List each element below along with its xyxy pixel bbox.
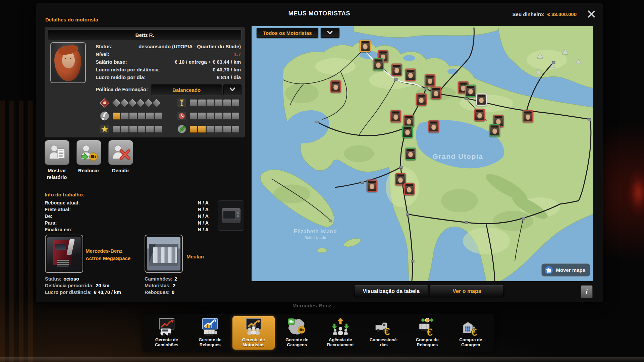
driver-marker[interactable] [523,110,533,122]
job-info-value: N / A [198,214,209,220]
driver-marker[interactable] [476,94,487,106]
skill-row [176,98,246,108]
driver-marker[interactable] [360,40,371,52]
chevron-down-icon [229,87,235,93]
report-icon [45,140,69,165]
truck-stat-label: Lucro por distância: [45,290,92,295]
skill-segment [232,126,239,133]
skill-segment [113,113,120,120]
driver-marker[interactable] [416,94,427,106]
driver-marker[interactable] [405,68,416,81]
skill-segment [120,99,129,107]
skill-segment [198,100,206,107]
background-road [0,357,644,362]
detail-value: 1.7 [234,51,241,59]
chevron-down-icon [327,30,333,36]
skill-level-bar [190,126,239,133]
training-policy-chevron-button[interactable] [223,84,241,95]
map-view-button[interactable]: Ver o mapa [430,285,504,297]
toolbar-item[interactable]: Agência de Recrutament [319,316,362,350]
driver-detail-rows: Status: descansando (UTOPIA - Quartier d… [96,44,241,82]
training-policy-label: Política de Formação: [96,86,148,92]
detail-value: € 40,70 / km [213,67,241,74]
recruitment-icon [330,317,351,337]
truck-stat-value: ocioso [63,276,79,282]
fragile-icon [176,98,187,108]
driver-marker[interactable] [402,126,413,138]
my-drivers-dialog: MEUS MOTORISTAS Seu dinheiro:€ 33.000.00… [36,3,603,302]
driver-marker[interactable] [428,120,439,133]
toolbar-label: Gerente de Motoristas [242,338,265,348]
skill-level-bar [190,113,239,120]
toolbar-item[interactable]: Gerente de Garagens [276,316,318,350]
driver-marker[interactable] [367,179,377,192]
dealers-icon: € [374,317,394,337]
driver-action-button[interactable]: Mostrar relatório [41,140,73,180]
job-info-title: Info do trabalho: [45,192,209,197]
skill-segment [190,126,197,133]
skill-segment [138,113,145,120]
skill-segment [223,113,231,120]
assigned-truck-thumbnail[interactable] [45,235,83,273]
skill-segment [146,113,154,120]
driver-marker[interactable] [489,124,500,137]
buy-trailer-icon: € [417,317,437,337]
toolbar-label: Gerente de Garagens [285,338,308,348]
job-info-value: N / A [198,200,209,207]
info-button[interactable]: i [581,285,593,298]
close-button[interactable] [587,9,596,19]
toolbar-item[interactable]: Gerente de Caminhões [146,316,188,350]
map-filter: Todos os Motoristas [257,28,339,38]
toolbar-item[interactable]: Gerente de Reboques [189,316,231,350]
garage-stat-row: Caminhões:2 [145,276,177,282]
driver-details-title: Detalhes do motorista [45,17,98,22]
driver-filter-dropdown[interactable]: Todos os Motoristas [257,28,318,38]
world-map[interactable]: Grand Utopia Elizabeth Island Reino Unid… [252,26,593,281]
action-label: Realocar [78,167,99,174]
driver-marker[interactable] [391,64,402,76]
skill-segment [207,126,214,133]
skill-segment [155,126,162,133]
driver-marker[interactable] [390,110,401,123]
money-value: € 33.000.000 [547,11,577,17]
toolbar-label: Gerente de Caminhões [155,338,178,348]
driver-action-button[interactable]: Demitir [105,140,137,180]
garage-name: Meulan [186,253,204,260]
skill-segment [121,113,128,120]
driver-marker[interactable] [431,87,441,99]
table-view-button[interactable]: Visualização da tabela [354,285,428,297]
detail-label: Nível: [96,51,109,59]
skill-segment [144,99,153,107]
driver-marker[interactable] [330,80,341,93]
driver-marker[interactable] [373,58,384,71]
toolbar-label: Concessioná- rias [370,338,398,348]
detail-value: € 10 / entrega + € 63,44 / km [175,59,241,67]
job-info-value: N / A [198,207,209,214]
job-info-value: N / A [198,220,209,227]
garage-stat-row: Motoristas:2 [145,282,177,289]
skill-segment [129,126,137,133]
toolbar-item[interactable]: Gerente de Motoristas [232,316,275,350]
toolbar-item[interactable]: € Compra de Garagem [450,316,492,350]
home-garage-thumbnail[interactable] [145,235,183,273]
training-policy-dropdown[interactable]: Balanceado [151,84,222,95]
toolbar-label: Agência de Recrutament [327,338,354,348]
driver-marker[interactable] [404,183,415,195]
driver-marker[interactable] [474,109,485,121]
driver-detail-row: Lucro médio por dia: € 814 / dia [96,74,241,82]
driver-filter-chevron-button[interactable] [321,28,339,38]
management-toolbar: Gerente de Caminhões Gerente de Reboques… [143,314,494,352]
skill-row [99,124,168,134]
truck-grille [57,260,69,266]
driver-action-button[interactable]: Realocar [73,140,105,180]
garage-stat-value: 0 [172,290,174,295]
skill-segment [215,113,222,120]
toolbar-item[interactable]: € Compra de Reboques [406,316,448,350]
skill-segment [190,113,197,120]
job-info-row: De: N / A [45,214,209,220]
skill-segment [207,100,214,107]
driver-marker[interactable] [405,148,416,160]
toolbar-item[interactable]: € Concessioná- rias [363,316,405,350]
driver-marker[interactable] [465,85,476,97]
driver-marker[interactable] [425,74,435,87]
